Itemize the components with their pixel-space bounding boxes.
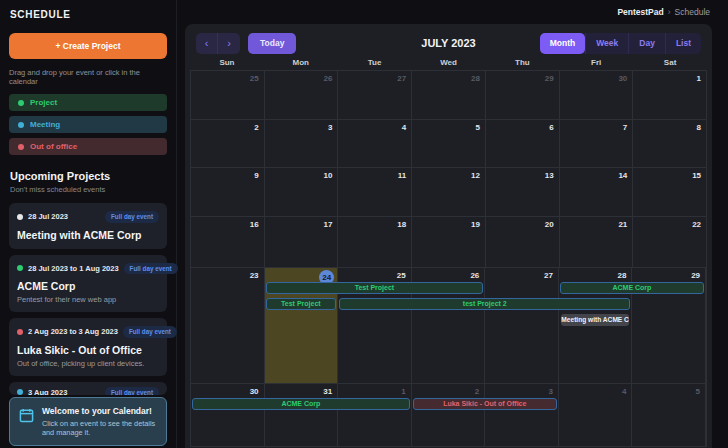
card-header-row: 28 Jul 2023 to 1 Aug 2023Full day event [17,263,159,275]
date-number: 1 [697,74,701,83]
date-number: 8 [697,123,701,132]
calendar-cell[interactable]: 5 [632,384,706,446]
date-number: 25 [397,271,406,280]
calendar-panel: ‹ › Today JULY 2023 MonthWeekDayList Sun… [185,24,712,448]
calendar-cell[interactable]: 2 [412,384,486,446]
calendar-cell[interactable]: 16 [191,217,265,267]
calendar-cell[interactable]: 1 [633,71,706,119]
card-title: Meeting with ACME Corp [17,229,159,241]
sidebar: SCHEDULE + Create Project Drag and drop … [0,0,177,448]
event-color-dot-icon [17,389,23,394]
calendar-cell[interactable]: 17 [265,217,339,267]
date-number: 7 [623,123,627,132]
event-bar[interactable]: Meeting with ACME Corp [561,314,629,326]
calendar-cell[interactable]: 29 [486,71,560,119]
legend-item-meeting[interactable]: Meeting [9,116,167,133]
calendar-cell[interactable]: 2 [191,120,265,167]
calendar-cell[interactable]: 31 [265,384,339,446]
date-number: 22 [692,220,701,229]
calendar-cell[interactable]: 27 [485,268,559,383]
card-date: 28 Jul 2023 to 1 Aug 2023 [28,264,119,273]
day-header-wed: Wed [412,58,486,70]
calendar-cell[interactable]: 8 [633,120,706,167]
upcoming-card[interactable]: 3 Aug 2023Full day event [9,382,167,395]
event-bar[interactable]: Luka Sikic - Out of Office [413,398,557,410]
today-button[interactable]: Today [248,33,296,54]
legend-label: Out of office [30,142,77,151]
calendar-cell[interactable]: 9 [191,168,265,216]
app-root: SCHEDULE + Create Project Drag and drop … [0,0,728,448]
calendar-cell[interactable]: 3 [265,120,339,167]
event-bar[interactable]: ACME Corp [560,282,704,294]
card-header-row: 28 Jul 2023Full day event [17,211,159,223]
calendar-cell[interactable]: 23 [191,268,265,383]
upcoming-card[interactable]: 28 Jul 2023Full day eventMeeting with AC… [9,203,167,249]
calendar-cell[interactable]: 28 [412,71,486,119]
event-bar[interactable]: test Project 2 [339,298,630,310]
upcoming-projects-subtitle: Don't miss scheduled events [10,185,167,194]
breadcrumb-app[interactable]: PentestPad [617,7,663,17]
legend-item-out-of-office[interactable]: Out of office [9,138,167,155]
view-button-list[interactable]: List [665,33,701,54]
event-bar[interactable]: Test Project [266,282,484,294]
calendar-cell[interactable]: 21 [560,217,634,267]
event-color-dot-icon [17,214,23,220]
calendar-cell[interactable]: 30 [560,71,634,119]
date-number: 14 [618,171,627,180]
view-button-week[interactable]: Week [585,33,628,54]
calendar-cell[interactable]: 13 [486,168,560,216]
view-button-month[interactable]: Month [540,33,586,54]
event-bar[interactable]: Test Project [266,298,337,310]
card-description: Pentest for their new web app [17,295,159,304]
date-number: 18 [397,220,406,229]
welcome-textblock: Welcome to your Calendar! Click on an ev… [42,406,157,438]
calendar-cell[interactable]: 4 [559,384,633,446]
calendar-week-row: 16171819202122 [191,217,706,268]
main-area: PentestPad › Schedule ‹ › Today JULY 202… [177,0,728,448]
app-logo: SCHEDULE [10,9,167,20]
calendar-cell[interactable]: 18 [338,217,412,267]
calendar-cell[interactable]: 11 [338,168,412,216]
calendar-cell[interactable]: 15 [633,168,706,216]
calendar-cell[interactable]: 22 [633,217,706,267]
calendar-cell[interactable]: 20 [486,217,560,267]
calendar-cell[interactable]: 14 [560,168,634,216]
next-month-button[interactable]: › [218,33,240,54]
date-number: 30 [250,387,259,396]
calendar-cell[interactable]: 1 [338,384,412,446]
calendar-cell[interactable]: 6 [486,120,560,167]
calendar-cell[interactable]: 3 [485,384,559,446]
day-header-sat: Sat [633,58,707,70]
calendar-cell[interactable]: 26 [265,71,339,119]
calendar-cell[interactable]: 27 [338,71,412,119]
calendar-cell[interactable]: 5 [412,120,486,167]
legend-item-project[interactable]: Project [9,94,167,111]
date-number: 5 [696,387,700,396]
date-number: 26 [324,74,333,83]
date-number: 26 [470,271,479,280]
date-number: 28 [471,74,480,83]
event-bar[interactable]: ACME Corp [192,398,410,410]
create-project-button[interactable]: + Create Project [9,33,167,59]
calendar-cell[interactable]: 7 [560,120,634,167]
full-day-event-badge: Full day event [105,387,159,395]
breadcrumb: PentestPad › Schedule [177,0,728,24]
date-number: 10 [324,171,333,180]
upcoming-card[interactable]: 28 Jul 2023 to 1 Aug 2023Full day eventA… [9,255,167,313]
calendar-cell[interactable]: 10 [265,168,339,216]
upcoming-card[interactable]: 2 Aug 2023 to 3 Aug 2023Full day eventLu… [9,318,167,376]
breadcrumb-page[interactable]: Schedule [675,7,710,17]
card-date: 28 Jul 2023 [28,212,100,221]
prev-month-button[interactable]: ‹ [196,33,218,54]
calendar-cell[interactable]: 12 [412,168,486,216]
calendar-cell[interactable]: 30 [191,384,265,446]
calendar-cell[interactable]: 4 [338,120,412,167]
day-of-week-header: SunMonTueWedThuFriSat [190,58,707,70]
calendar-cell[interactable]: 19 [412,217,486,267]
upcoming-cards: 28 Jul 2023Full day eventMeeting with AC… [9,203,167,395]
calendar-cell[interactable]: 25 [191,71,265,119]
view-button-day[interactable]: Day [628,33,665,54]
card-date: 2 Aug 2023 to 3 Aug 2023 [28,327,118,336]
date-number: 1 [401,387,405,396]
date-number: 21 [618,220,627,229]
